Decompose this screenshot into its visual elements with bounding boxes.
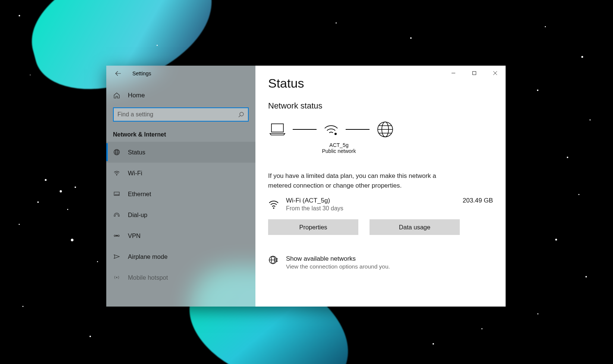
svg-point-0 <box>240 112 243 116</box>
sidebar-item-airplane[interactable]: Airplane mode <box>106 246 255 267</box>
sidebar-category: Network & Internet <box>106 125 255 142</box>
back-button[interactable] <box>111 66 126 81</box>
data-usage-amount: 203.49 GB <box>463 197 493 204</box>
wifi-icon <box>268 199 279 210</box>
svg-line-1 <box>239 116 240 117</box>
content-pane: Status Network status ACT_5g <box>255 66 506 307</box>
description-text: If you have a limited data plan, you can… <box>268 171 447 190</box>
svg-point-14 <box>118 235 119 236</box>
sidebar-item-label: Status <box>128 149 145 156</box>
properties-button[interactable]: Properties <box>268 219 358 235</box>
wifi-connected-icon <box>323 123 339 136</box>
sidebar-item-ethernet[interactable]: Ethernet <box>106 183 255 204</box>
svg-point-23 <box>334 133 337 135</box>
close-icon <box>493 71 497 75</box>
section-title: Network status <box>268 101 493 111</box>
back-arrow-icon <box>115 70 121 76</box>
sidebar-item-label: Dial-up <box>128 211 147 219</box>
sidebar-item-wifi[interactable]: Wi-Fi <box>106 163 255 183</box>
sidebar-item-label: Mobile hotspot <box>128 274 168 281</box>
network-globe-icon <box>268 255 278 265</box>
minimize-button[interactable] <box>443 66 464 81</box>
airplane-icon <box>113 253 120 260</box>
sidebar-item-hotspot[interactable]: Mobile hotspot <box>106 267 255 288</box>
ethernet-icon <box>113 191 120 197</box>
sidebar-item-label: Ethernet <box>128 191 151 198</box>
internet-globe-icon <box>376 120 394 138</box>
home-icon <box>113 92 120 99</box>
connection-name: Wi-Fi (ACT_5g) <box>286 197 456 204</box>
dialup-icon <box>113 211 120 218</box>
svg-rect-22 <box>271 124 283 132</box>
connection-line <box>293 129 317 130</box>
wifi-icon <box>113 170 120 176</box>
hotspot-icon <box>113 274 120 281</box>
sidebar-item-label: Wi-Fi <box>128 170 142 177</box>
home-label: Home <box>128 92 145 99</box>
vpn-icon <box>113 232 120 239</box>
sidebar-item-home[interactable]: Home <box>106 88 255 103</box>
laptop-icon <box>269 122 286 136</box>
diagram-labels: ACT_5g Public network <box>317 142 361 154</box>
window-controls <box>443 66 506 81</box>
connection-period: From the last 30 days <box>286 205 456 212</box>
search-icon <box>238 112 244 117</box>
sidebar-item-label: Airplane mode <box>128 253 167 260</box>
settings-window: Settings Home Network & Internet Status <box>106 66 506 307</box>
network-diagram <box>269 120 493 138</box>
maximize-icon <box>472 71 477 75</box>
connection-row: Wi-Fi (ACT_5g) From the last 30 days 203… <box>268 197 493 212</box>
show-networks-link[interactable]: Show available networks View the connect… <box>268 255 493 270</box>
window-title: Settings <box>132 70 151 76</box>
ssid-label: ACT_5g <box>317 142 361 148</box>
svg-point-7 <box>116 175 117 176</box>
maximize-button[interactable] <box>464 66 485 81</box>
close-button[interactable] <box>485 66 506 81</box>
sidebar: Settings Home Network & Internet Status <box>106 66 255 307</box>
globe-icon <box>113 149 120 156</box>
svg-point-17 <box>116 277 117 278</box>
svg-point-29 <box>273 207 274 209</box>
data-usage-button[interactable]: Data usage <box>370 219 460 235</box>
sidebar-item-dialup[interactable]: Dial-up <box>106 204 255 225</box>
connection-line <box>346 129 370 130</box>
show-networks-title: Show available networks <box>286 255 390 263</box>
titlebar-left: Settings <box>106 66 255 81</box>
search-field[interactable] <box>117 111 238 118</box>
sidebar-item-vpn[interactable]: VPN <box>106 225 255 246</box>
svg-rect-19 <box>473 72 476 75</box>
minimize-icon <box>451 71 456 75</box>
svg-point-13 <box>114 235 116 236</box>
network-type-label: Public network <box>317 148 361 154</box>
sidebar-item-label: VPN <box>128 232 141 239</box>
sidebar-item-status[interactable]: Status <box>106 142 255 163</box>
show-networks-sub: View the connection options around you. <box>286 263 390 270</box>
search-input[interactable] <box>113 107 249 122</box>
